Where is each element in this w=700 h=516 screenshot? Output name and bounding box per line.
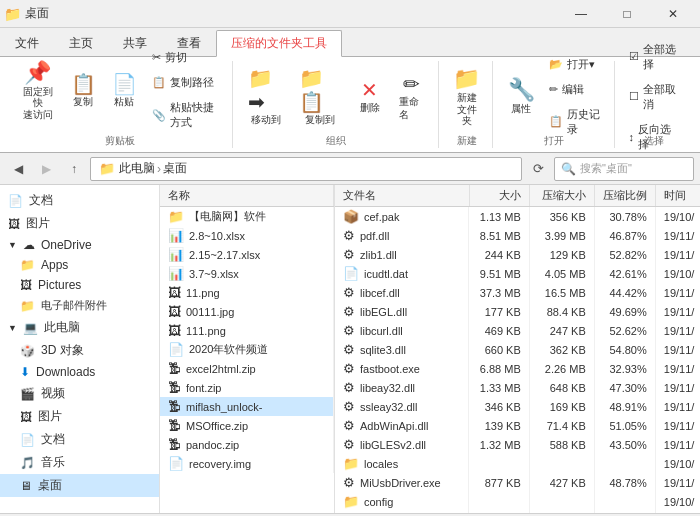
table-row[interactable]: ⚙ pdf.dll 8.51 MB 3.99 MB 46.87% 19/11/ xyxy=(335,226,700,245)
delete-button[interactable]: ✕ 删除 xyxy=(350,73,390,120)
main-col-date[interactable]: 时间 xyxy=(655,185,700,207)
rename-button[interactable]: ✏ 重命名 xyxy=(392,67,432,127)
file-icon: ⚙ xyxy=(343,437,355,452)
open-button[interactable]: 📂 打开▾ xyxy=(543,53,607,76)
table-row[interactable]: ⚙ libcurl.dll 469 KB 247 KB 52.62% 19/11… xyxy=(335,321,700,340)
desktop-icon: 🖥 xyxy=(20,479,32,493)
table-row[interactable]: ⚙ libcef.dll 37.3 MB 16.5 MB 44.42% 19/1… xyxy=(335,283,700,302)
sidebar-item-onedrive[interactable]: ▼ ☁ OneDrive xyxy=(0,235,159,255)
pin-button[interactable]: 📌 固定到快速访问 xyxy=(14,61,62,119)
table-row[interactable]: ⚙ ssleay32.dll 346 KB 169 KB 48.91% 19/1… xyxy=(335,397,700,416)
back-button[interactable]: ◀ xyxy=(6,157,30,181)
sidebar-item-downloads[interactable]: ⬇ Downloads xyxy=(0,362,159,382)
up-button[interactable]: ↑ xyxy=(62,157,86,181)
sidebar-item-desktop[interactable]: 🖥 桌面 xyxy=(0,474,159,497)
file-name-cell: ⚙ ssleay32.dll xyxy=(335,397,469,416)
list-item[interactable]: 📊3.7~9.xlsx xyxy=(160,264,334,283)
properties-button[interactable]: 🔧 属性 xyxy=(501,68,541,126)
table-row[interactable]: ⚙ sqlite3.dll 660 KB 362 KB 54.80% 19/11… xyxy=(335,340,700,359)
table-row[interactable]: ⚙ zlib1.dll 244 KB 129 KB 52.82% 19/11/ xyxy=(335,245,700,264)
list-item[interactable]: 🗜font.zip xyxy=(160,378,334,397)
table-row[interactable]: ⚙ MiUsbDriver.exe 877 KB 427 KB 48.78% 1… xyxy=(335,473,700,492)
table-row[interactable]: 📁 config 19/10/ xyxy=(335,492,700,511)
list-item[interactable]: 📁【电脑网】软件 xyxy=(160,207,334,227)
refresh-button[interactable]: ⟳ xyxy=(526,157,550,181)
table-row[interactable]: 📦 cef.pak 1.13 MB 356 KB 30.78% 19/10/ xyxy=(335,207,700,227)
table-row[interactable]: 📄 icudtl.dat 9.51 MB 4.05 MB 42.61% 19/1… xyxy=(335,264,700,283)
left-col-name[interactable]: 名称 xyxy=(160,185,334,207)
sidebar-label-pictures-od: Pictures xyxy=(38,278,81,292)
tab-home[interactable]: 主页 xyxy=(54,30,108,56)
table-row[interactable]: ⚙ libGLESv2.dll 1.32 MB 588 KB 43.50% 19… xyxy=(335,435,700,454)
move-to-button[interactable]: 📁➡ 移动到 xyxy=(241,61,290,132)
path-this-pc[interactable]: 此电脑 xyxy=(119,160,155,177)
sidebar-item-pictures[interactable]: 🖼 图片 xyxy=(0,212,159,235)
cut-button[interactable]: ✂ 剪切 xyxy=(146,46,227,69)
address-bar: ◀ ▶ ↑ 📁 此电脑 › 桌面 ⟳ 🔍 搜索"桌面" xyxy=(0,153,700,185)
copy-button[interactable]: 📋 复制 xyxy=(64,61,103,119)
table-row[interactable]: ⚙ driver_install.exe 208 KB 89.6 KB 42.9… xyxy=(335,511,700,513)
copy-paste-row: 📋 复制 📄 粘贴 xyxy=(64,61,144,119)
main-file-table: 文件名 大小 压缩大小 压缩比例 时间 📦 cef.pak 1.13 MB 35… xyxy=(335,185,700,513)
main-col-ratio[interactable]: 压缩比例 xyxy=(594,185,655,207)
paste-shortcut-button[interactable]: 📎 粘贴快捷方式 xyxy=(146,96,227,134)
list-item[interactable]: 🗜MSOffice.zip xyxy=(160,416,334,435)
main-col-size[interactable]: 大小 xyxy=(469,185,529,207)
new-folder-button[interactable]: 📁 新建文件夹 xyxy=(446,68,487,126)
minimize-button[interactable]: — xyxy=(558,0,604,28)
file-icon: 🗜 xyxy=(168,380,181,395)
sidebar-item-apps[interactable]: 📁 Apps xyxy=(0,255,159,275)
deselect-all-button[interactable]: ☐ 全部取消 xyxy=(623,78,686,116)
file-size-cell: 8.51 MB xyxy=(469,226,529,245)
paste-button[interactable]: 📄 粘贴 xyxy=(105,61,144,119)
list-item[interactable]: 🖼11.png xyxy=(160,283,334,302)
file-ratio-cell: 47.30% xyxy=(594,378,655,397)
list-item[interactable]: 🖼111.png xyxy=(160,321,334,340)
tab-file[interactable]: 文件 xyxy=(0,30,54,56)
tab-compress-tools[interactable]: 压缩的文件夹工具 xyxy=(216,30,342,57)
copy-path-button[interactable]: 📋 复制路径 xyxy=(146,71,227,94)
file-ratio-cell: 42.90% xyxy=(594,511,655,513)
list-item[interactable]: 📄2020年软件频道 xyxy=(160,340,334,359)
search-box[interactable]: 🔍 搜索"桌面" xyxy=(554,157,694,181)
file-name-cell: ⚙ libGLESv2.dll xyxy=(335,435,469,454)
file-ratio-cell: 43.50% xyxy=(594,435,655,454)
close-button[interactable]: ✕ xyxy=(650,0,696,28)
forward-button[interactable]: ▶ xyxy=(34,157,58,181)
table-row[interactable]: ⚙ AdbWinApi.dll 139 KB 71.4 KB 51.05% 19… xyxy=(335,416,700,435)
path-desktop[interactable]: 桌面 xyxy=(163,160,187,177)
list-item[interactable]: 📄recovery.img xyxy=(160,454,334,473)
sidebar-item-pictures-od[interactable]: 🖼 Pictures xyxy=(0,275,159,295)
table-row[interactable]: ⚙ libeay32.dll 1.33 MB 648 KB 47.30% 19/… xyxy=(335,378,700,397)
address-path[interactable]: 📁 此电脑 › 桌面 xyxy=(90,157,522,181)
sidebar-label-apps: Apps xyxy=(41,258,68,272)
sidebar-item-pictures-pc[interactable]: 🖼 图片 xyxy=(0,405,159,428)
filename-text: cef.pak xyxy=(364,211,399,223)
sidebar-item-email-attachments[interactable]: 📁 电子邮件附件 xyxy=(0,295,159,316)
list-item[interactable]: 📊2.8~10.xlsx xyxy=(160,226,334,245)
list-item[interactable]: 📊2.15~2.17.xlsx xyxy=(160,245,334,264)
sidebar-item-documents[interactable]: 📄 文档 xyxy=(0,189,159,212)
main-col-compressed[interactable]: 压缩大小 xyxy=(529,185,594,207)
edit-button[interactable]: ✏ 编辑 xyxy=(543,78,607,101)
ribbon-group-new: 📁 新建文件夹 新建 xyxy=(441,61,494,148)
file-size-cell: 469 KB xyxy=(469,321,529,340)
sidebar-item-videos[interactable]: 🎬 视频 xyxy=(0,382,159,405)
copy-to-button[interactable]: 📁📋 复制到 xyxy=(292,61,348,132)
main-col-name[interactable]: 文件名 xyxy=(335,185,469,207)
list-item[interactable]: 🗜pandoc.zip xyxy=(160,435,334,454)
sidebar-item-3d[interactable]: 🎲 3D 对象 xyxy=(0,339,159,362)
sidebar-item-documents-pc[interactable]: 📄 文档 xyxy=(0,428,159,451)
sidebar-item-music[interactable]: 🎵 音乐 xyxy=(0,451,159,474)
table-row[interactable]: 📁 locales 19/10/ xyxy=(335,454,700,473)
list-item[interactable]: 🖼00111.jpg xyxy=(160,302,334,321)
maximize-button[interactable]: □ xyxy=(604,0,650,28)
list-item[interactable]: 🗜miflash_unlock- xyxy=(160,397,334,416)
sidebar-item-this-pc[interactable]: ▼ 💻 此电脑 xyxy=(0,316,159,339)
table-row[interactable]: ⚙ fastboot.exe 6.88 MB 2.26 MB 32.93% 19… xyxy=(335,359,700,378)
select-all-button[interactable]: ☑ 全部选择 xyxy=(623,38,686,76)
table-row[interactable]: ⚙ libEGL.dll 177 KB 88.4 KB 49.69% 19/11… xyxy=(335,302,700,321)
file-icon: ⚙ xyxy=(343,323,355,338)
list-item[interactable]: 🗜excel2html.zip xyxy=(160,359,334,378)
file-icon: ⚙ xyxy=(343,285,355,300)
